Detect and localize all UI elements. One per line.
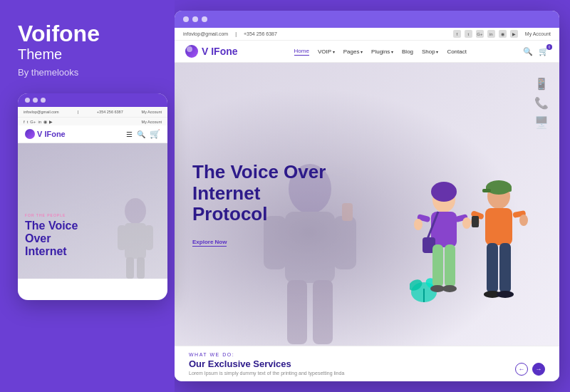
logo-ball-icon [185,45,198,58]
cart-icon[interactable]: 🛒 [539,47,549,56]
mobile-hero-text: For the People The VoiceOverInternet [25,213,78,257]
services-title: Our Exclusive Services [189,359,545,369]
site-navbar: V IFone Home VOIP Pages Plugins Blog Sho… [175,41,559,63]
explore-now-button[interactable]: Explore Now [192,239,227,247]
mobile-social-g: G+ [30,120,36,124]
theme-author: By themelooks [18,67,157,78]
next-arrow-button[interactable]: → [532,363,545,376]
mobile-phone: +354 256 6387 [97,110,123,114]
svg-rect-40 [487,243,498,293]
nav-links: Home VOIP Pages Plugins Blog Shop Contac… [294,48,467,56]
svg-rect-11 [313,280,333,344]
svg-rect-10 [287,280,307,344]
services-section: What we do: Our Exclusive Services Lorem… [175,346,559,381]
mobile-dot-2 [33,98,38,103]
nav-home[interactable]: Home [294,48,309,56]
mobile-email: infovlop@gmail.com [24,110,59,114]
mobile-topbar [18,93,167,107]
svg-rect-2 [118,225,126,250]
mobile-social-row: f t G+ in ◉ ▶ My Account [18,118,167,125]
site-account-link[interactable]: My Account [525,31,551,36]
mobile-hero-heading: The VoiceOverInternet [25,220,78,257]
website-content: infovlop@gmail.com | +354 256 6387 f t G… [175,28,559,381]
monitor-deco-icon: 🖥️ [534,115,549,129]
browser-chrome [175,11,559,28]
svg-point-39 [519,215,528,226]
nav-pages[interactable]: Pages [343,48,363,55]
mobile-social-t: t [27,120,28,124]
mobile-account: My Account [142,110,162,114]
browser-dot-2 [192,16,198,22]
browser-dot-3 [202,16,207,22]
svg-point-29 [442,285,457,292]
mobile-preview: infovlop@gmail.com | +354 256 6387 My Ac… [18,93,167,300]
nav-plugins[interactable]: Plugins [371,48,393,55]
mobile-hero-tag: For the People [25,213,78,217]
hero-heading-line2: Internet [192,182,260,204]
mobile-cart-icon[interactable]: 🛒 [150,129,160,139]
mobile-social-yt: ▶ [49,119,53,124]
mobile-logo: V IFone [25,129,66,139]
site-hero: 📱 📞 🖥️ The Voice The Voice Over Internet… [175,63,559,346]
site-infobar: infovlop@gmail.com | +354 256 6387 f t G… [175,28,559,41]
svg-point-24 [414,219,423,230]
theme-subtitle: Theme [18,46,157,63]
social-instagram[interactable]: ◉ [499,30,507,38]
hero-deco-icons: 📱 📞 🖥️ [534,77,549,129]
svg-rect-27 [445,244,455,287]
social-twitter[interactable]: t [465,30,472,38]
search-icon[interactable]: 🔍 [523,47,533,56]
left-panel: Voifone Theme By themelooks infovlop@gma… [0,0,175,392]
infobar-sep: | [235,31,237,36]
hamburger-icon[interactable]: ☰ [126,130,133,138]
nav-contact[interactable]: Contact [447,48,467,55]
social-gplus[interactable]: G+ [476,30,484,38]
svg-point-25 [462,217,471,229]
social-youtube[interactable]: ▶ [510,30,518,38]
services-tag: What we do: [189,352,545,357]
mobile-hero-person [110,193,160,279]
hero-illustration [395,175,538,346]
nav-blog[interactable]: Blog [402,48,413,55]
hero-content: The Voice The Voice Over Internet Protoc… [175,144,343,265]
phone-deco-icon: 📱 [534,77,549,91]
services-arrows: ← → [515,363,545,376]
mobile-nav-right: ☰ 🔍 🛒 [126,129,160,139]
mobile-social-ig: ◉ [43,119,47,124]
svg-rect-3 [145,225,153,250]
svg-rect-41 [499,243,511,293]
social-linkedin[interactable]: in [487,30,495,38]
svg-rect-26 [432,244,443,287]
desktop-preview: infovlop@gmail.com | +354 256 6387 f t G… [175,11,559,381]
svg-rect-33 [482,189,491,192]
svg-rect-1 [125,223,146,259]
infobar-left: infovlop@gmail.com | +354 256 6387 [183,31,277,36]
mobile-social-f: f [24,120,25,124]
social-facebook[interactable]: f [453,30,461,38]
svg-point-18 [431,182,457,202]
mobile-search-icon[interactable]: 🔍 [137,130,145,138]
mobile-separator: | [77,110,78,114]
nav-shop[interactable]: Shop [422,48,438,55]
mobile-nav: V IFone ☰ 🔍 🛒 [18,125,167,143]
svg-rect-5 [137,257,145,279]
nav-voip[interactable]: VOIP [318,48,335,55]
svg-rect-4 [126,257,134,279]
mobile-info-bar: infovlop@gmail.com | +354 256 6387 My Ac… [18,107,167,118]
mobile-logo-icon [25,129,35,139]
mobile-dot-1 [25,98,30,103]
theme-title: Voifone [18,21,157,46]
logo-text: V IFone [202,46,238,57]
site-phone: +354 256 6387 [244,31,277,36]
services-desc: Lorem Ipsum is simply dummy text of the … [189,371,545,376]
hero-heading: The Voice Over Internet Protocol [192,162,326,226]
site-logo: V IFone [185,45,238,58]
infobar-right: f t G+ in ◉ ▶ My Account [453,30,551,38]
prev-arrow-button[interactable]: ← [515,363,528,376]
call-deco-icon: 📞 [534,96,549,110]
hero-heading-line1: The Voice Over [192,161,326,182]
svg-rect-34 [485,208,512,245]
mobile-social-in: in [38,120,42,124]
svg-point-0 [125,198,146,224]
site-email: infovlop@gmail.com [183,31,228,36]
